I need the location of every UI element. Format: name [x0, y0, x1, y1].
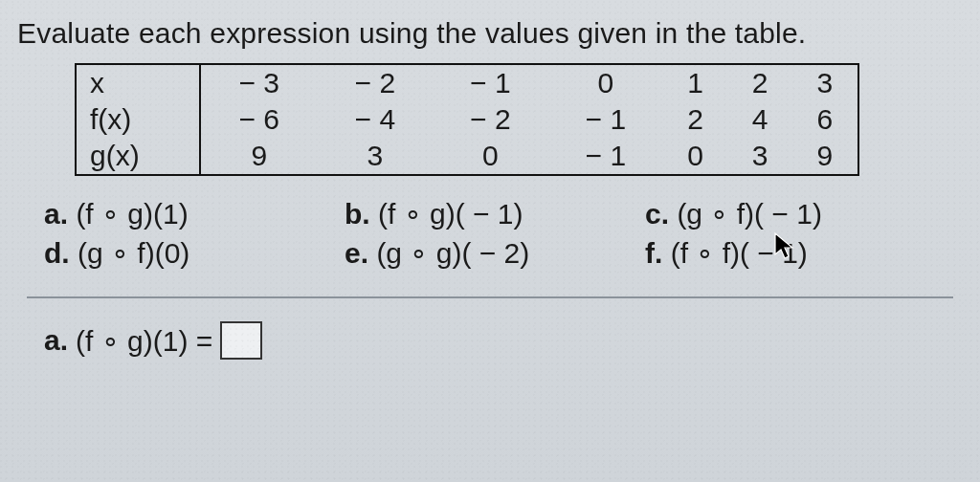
cell: 3 [792, 64, 858, 101]
question-e: e. (g ∘ g)( − 2) [345, 236, 635, 270]
cell: 0 [548, 64, 664, 101]
question-expr: (f ∘ g)( − 1) [378, 198, 523, 230]
cell: 9 [792, 138, 858, 175]
cell: − 1 [433, 64, 548, 101]
question-letter: d. [44, 237, 70, 269]
cell: − 2 [433, 101, 548, 138]
cell: − 2 [318, 64, 434, 101]
row-label-gx: g(x) [76, 138, 200, 175]
question-grid: a. (f ∘ g)(1) b. (f ∘ g)( − 1) c. (g ∘ f… [44, 197, 936, 270]
cell: 9 [200, 138, 318, 175]
cell: 3 [318, 138, 434, 175]
instruction-text: Evaluate each expression using the value… [17, 17, 963, 50]
cell: − 1 [548, 138, 664, 175]
answer-expr: (f ∘ g)(1) = [76, 324, 212, 358]
cell: − 3 [200, 64, 318, 101]
row-label-x: x [76, 64, 200, 101]
question-c: c. (g ∘ f)( − 1) [645, 197, 936, 230]
question-letter: a. [44, 198, 68, 230]
question-letter: b. [345, 198, 370, 230]
question-d: d. (g ∘ f)(0) [44, 236, 335, 270]
cell: 4 [727, 101, 791, 138]
cell: − 6 [200, 101, 318, 138]
problem-container: Evaluate each expression using the value… [0, 0, 980, 360]
question-letter: c. [645, 198, 669, 230]
answer-input[interactable] [220, 321, 262, 360]
row-label-fx: f(x) [76, 101, 200, 138]
question-letter: e. [345, 237, 368, 269]
answer-row: a. (f ∘ g)(1) = [44, 321, 963, 360]
cell: 2 [663, 101, 727, 138]
cell: 0 [663, 138, 727, 175]
cell: 3 [727, 138, 791, 175]
table-row: f(x) − 6 − 4 − 2 − 1 2 4 6 [76, 101, 858, 138]
cell: 2 [727, 64, 791, 101]
cell: − 4 [318, 101, 434, 138]
divider [27, 296, 953, 298]
question-expr: (g ∘ f)( − 1) [677, 198, 822, 230]
question-expr: (g ∘ g)( − 2) [376, 237, 529, 269]
question-expr: (f ∘ g)(1) [76, 198, 188, 230]
value-table: x − 3 − 2 − 1 0 1 2 3 f(x) − 6 − 4 − 2 −… [75, 63, 859, 176]
cell: − 1 [548, 101, 664, 138]
table-row: g(x) 9 3 0 − 1 0 3 9 [76, 138, 858, 175]
question-a: a. (f ∘ g)(1) [44, 197, 335, 230]
answer-letter: a. [44, 324, 68, 357]
question-expr: (g ∘ f)(0) [78, 237, 189, 269]
cell: 0 [433, 138, 548, 175]
question-f: f. (f ∘ f)( − 1) [645, 236, 936, 270]
question-letter: f. [645, 237, 662, 269]
cell: 6 [792, 101, 858, 138]
question-expr: (f ∘ f)( − 1) [671, 237, 808, 269]
question-b: b. (f ∘ g)( − 1) [345, 197, 635, 230]
cell: 1 [663, 64, 727, 101]
table-row: x − 3 − 2 − 1 0 1 2 3 [76, 64, 858, 101]
